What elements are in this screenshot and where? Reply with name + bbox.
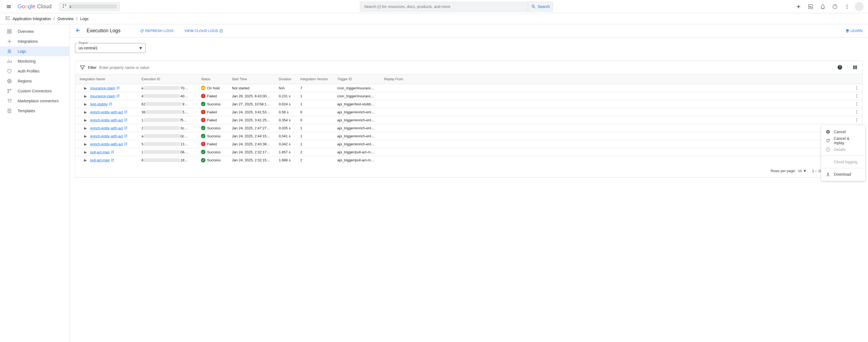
svg-point-25: [857, 86, 857, 87]
columns-icon[interactable]: [852, 65, 858, 71]
status-cell: !Failed: [201, 110, 232, 114]
sidebar-item-integrations[interactable]: Integrations: [0, 36, 69, 46]
integration-link[interactable]: enrich-entity-with-acl: [90, 126, 127, 130]
row-context-menu: Cancel Cancel & replay Details Cloud log…: [821, 125, 865, 181]
expand-icon[interactable]: ▶: [84, 102, 89, 106]
integration-link[interactable]: pull-acl-map: [90, 150, 114, 154]
notifications-icon[interactable]: [817, 1, 828, 12]
expand-icon[interactable]: ▶: [84, 142, 89, 146]
gemini-icon[interactable]: [793, 1, 804, 12]
integration-link[interactable]: enrich-entity-with-acl: [90, 134, 127, 138]
row-more-icon[interactable]: [851, 110, 862, 115]
more-vert-icon[interactable]: [841, 1, 852, 12]
status-cell: !Failed: [201, 118, 232, 122]
svg-point-15: [10, 89, 11, 90]
row-more-icon[interactable]: [851, 93, 862, 98]
svg-point-29: [857, 96, 857, 96]
filter-icon[interactable]: [80, 65, 85, 71]
breadcrumb-overview[interactable]: Overview: [57, 17, 73, 21]
col-header-dur[interactable]: Duration: [279, 77, 300, 81]
integration-link[interactable]: enrich-entity-with-acl: [90, 118, 127, 122]
expand-icon[interactable]: ▶: [84, 94, 89, 98]
sidebar-item-regions[interactable]: Regions: [0, 76, 69, 86]
col-header-exec[interactable]: Execution ID: [142, 77, 201, 81]
duration-cell: 0.042 s: [279, 142, 300, 146]
version-cell: 0: [300, 110, 337, 114]
sidebar-item-marketplace[interactable]: Marketplace connectors: [0, 96, 69, 106]
google-cloud-logo[interactable]: Google Cloud: [18, 3, 52, 10]
sidebar-item-label: Overview: [18, 29, 34, 34]
start-time-cell: Jan 24, 2025, 2:32:17…: [232, 150, 279, 154]
hamburger-menu-icon[interactable]: [2, 0, 16, 13]
back-arrow-icon[interactable]: [75, 27, 81, 34]
logo-cloud-text: Cloud: [37, 3, 52, 10]
col-header-start[interactable]: Start Time: [232, 77, 279, 81]
menu-cancel-replay[interactable]: Cancel & replay: [821, 136, 865, 145]
sidebar-item-label: Regions: [18, 79, 32, 83]
expand-icon[interactable]: ▶: [84, 150, 89, 154]
expand-icon[interactable]: ▶: [84, 86, 89, 90]
learn-button[interactable]: LEARN: [845, 29, 863, 33]
integration-link[interactable]: insurance-claim: [90, 94, 120, 98]
duration-cell: 0.354 s: [279, 118, 300, 122]
col-header-trig[interactable]: Trigger ID: [337, 77, 384, 81]
integration-link[interactable]: enrich-entity-with-acl: [90, 142, 127, 146]
search-button[interactable]: Search: [528, 2, 553, 11]
menu-label: Cancel & replay: [834, 136, 861, 145]
avatar[interactable]: [855, 2, 864, 11]
region-select[interactable]: Region us-central1 ▼: [75, 43, 146, 53]
menu-download[interactable]: Download: [821, 170, 865, 179]
svg-point-32: [857, 104, 857, 104]
sidebar-item-overview[interactable]: Overview: [0, 27, 69, 36]
breadcrumb: Application Integration / Overview / Log…: [0, 13, 868, 24]
col-header-ver[interactable]: Integration Version: [300, 77, 337, 81]
menu-cancel[interactable]: Cancel: [821, 127, 865, 136]
integration-link[interactable]: enrich-entity-with-acl: [90, 110, 127, 114]
svg-text:?: ?: [834, 5, 836, 8]
refresh-logs-button[interactable]: REFRESH LOGS: [140, 29, 174, 33]
help-icon[interactable]: ?: [829, 1, 840, 12]
region-value: us-central1: [79, 46, 98, 50]
col-header-name[interactable]: Integration Name: [75, 77, 142, 81]
execution-id-cell: 440…: [142, 94, 201, 98]
expand-icon[interactable]: ▶: [84, 158, 89, 162]
svg-rect-9: [10, 30, 11, 31]
table-row: ▶pull-acl-map 818…✓SuccessJan 24, 2025, …: [75, 156, 862, 164]
sidebar-item-monitoring[interactable]: Monitoring: [0, 56, 69, 66]
col-header-status[interactable]: Status: [201, 77, 232, 81]
col-header-replay[interactable]: Replay From: [384, 77, 851, 81]
status-icon: ✓: [201, 134, 206, 138]
sidebar-item-templates[interactable]: Templates: [0, 106, 69, 116]
execution-id-cell: 106…: [142, 150, 201, 154]
start-time-cell: Jan 27, 2025, 10:58:1…: [232, 102, 279, 106]
cart-icon: [7, 98, 12, 103]
filter-help-icon[interactable]: ?: [837, 65, 843, 71]
row-more-icon[interactable]: [851, 86, 862, 90]
rpp-select[interactable]: 10 ▼: [798, 169, 807, 173]
sidebar-item-logs[interactable]: Logs: [0, 46, 69, 56]
project-selector[interactable]: s: [59, 2, 120, 11]
breadcrumb-product[interactable]: Application Integration: [13, 17, 51, 21]
main-content: Execution Logs REFRESH LOGS VIEW CLOUD L…: [69, 24, 868, 342]
sidebar-item-custom-connectors[interactable]: Custom Connectors: [0, 86, 69, 96]
row-more-icon[interactable]: [851, 118, 862, 122]
search-input[interactable]: [360, 4, 528, 9]
view-cloud-logs-button[interactable]: VIEW CLOUD LOGS: [184, 29, 223, 33]
search-icon: [531, 4, 536, 9]
svg-point-34: [857, 110, 857, 111]
expand-icon[interactable]: ▶: [84, 118, 89, 122]
menu-label: Cancel: [834, 130, 846, 134]
sidebar-item-auth[interactable]: Auth Profiles: [0, 66, 69, 76]
expand-icon[interactable]: ▶: [84, 134, 89, 138]
menu-details: Details: [821, 145, 865, 154]
cloud-shell-icon[interactable]: [805, 1, 816, 12]
integration-link[interactable]: test-stubby: [90, 102, 112, 106]
integration-link[interactable]: insurance-claim: [90, 86, 120, 90]
filter-input[interactable]: [99, 65, 834, 70]
dashboard-icon: [7, 29, 12, 34]
trigger-cell: api_trigger/enrich-ent…: [337, 126, 384, 130]
expand-icon[interactable]: ▶: [84, 126, 89, 130]
integration-link[interactable]: pull-acl-map: [90, 158, 114, 162]
row-more-icon[interactable]: [851, 101, 862, 106]
expand-icon[interactable]: ▶: [84, 110, 89, 114]
